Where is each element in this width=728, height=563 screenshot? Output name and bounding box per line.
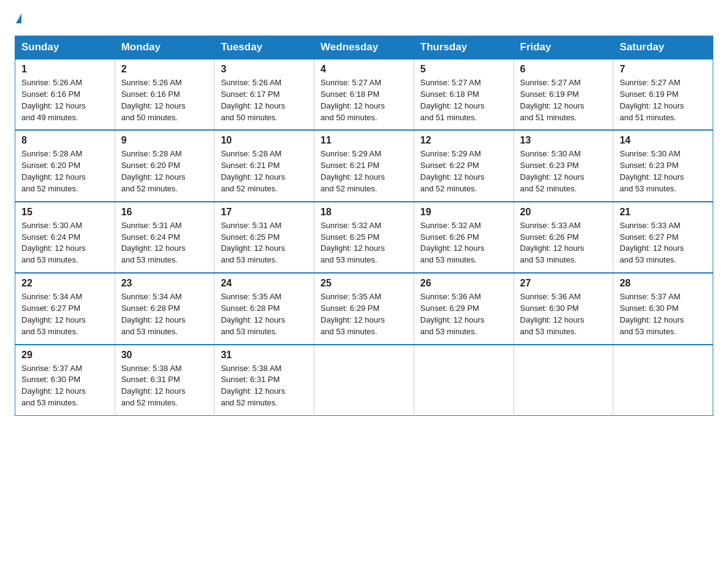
day-number: 12 xyxy=(420,135,507,146)
calendar-table: Sunday Monday Tuesday Wednesday Thursday… xyxy=(15,36,713,416)
table-row: 15 Sunrise: 5:30 AM Sunset: 6:24 PM Dayl… xyxy=(15,202,115,273)
table-row: 31 Sunrise: 5:38 AM Sunset: 6:31 PM Dayl… xyxy=(214,345,314,416)
day-info: Sunrise: 5:26 AM Sunset: 6:16 PM Dayligh… xyxy=(21,77,108,123)
calendar-week-row: 15 Sunrise: 5:30 AM Sunset: 6:24 PM Dayl… xyxy=(15,202,713,273)
day-number: 30 xyxy=(121,350,208,361)
day-number: 9 xyxy=(121,135,208,146)
header-thursday: Thursday xyxy=(414,36,514,59)
table-row: 23 Sunrise: 5:34 AM Sunset: 6:28 PM Dayl… xyxy=(115,273,214,344)
day-info: Sunrise: 5:27 AM Sunset: 6:19 PM Dayligh… xyxy=(520,77,607,123)
day-number: 4 xyxy=(320,64,408,75)
table-row: 28 Sunrise: 5:37 AM Sunset: 6:30 PM Dayl… xyxy=(613,273,713,344)
table-row: 3 Sunrise: 5:26 AM Sunset: 6:17 PM Dayli… xyxy=(214,59,314,130)
day-info: Sunrise: 5:27 AM Sunset: 6:18 PM Dayligh… xyxy=(420,77,507,123)
day-number: 27 xyxy=(520,278,607,289)
calendar-header-row: Sunday Monday Tuesday Wednesday Thursday… xyxy=(15,36,713,59)
day-number: 21 xyxy=(620,207,707,218)
table-row: 4 Sunrise: 5:27 AM Sunset: 6:18 PM Dayli… xyxy=(314,59,414,130)
day-info: Sunrise: 5:30 AM Sunset: 6:23 PM Dayligh… xyxy=(620,148,707,194)
day-number: 24 xyxy=(221,278,308,289)
day-number: 15 xyxy=(21,207,108,218)
table-row: 10 Sunrise: 5:28 AM Sunset: 6:21 PM Dayl… xyxy=(214,130,314,201)
table-row: 13 Sunrise: 5:30 AM Sunset: 6:23 PM Dayl… xyxy=(514,130,613,201)
day-number: 28 xyxy=(620,278,707,289)
day-info: Sunrise: 5:37 AM Sunset: 6:30 PM Dayligh… xyxy=(620,291,707,337)
day-number: 7 xyxy=(620,64,707,75)
table-row: 16 Sunrise: 5:31 AM Sunset: 6:24 PM Dayl… xyxy=(115,202,214,273)
day-info: Sunrise: 5:32 AM Sunset: 6:25 PM Dayligh… xyxy=(320,220,408,266)
day-number: 29 xyxy=(21,350,108,361)
day-number: 3 xyxy=(221,64,308,75)
logo-triangle-icon xyxy=(16,13,21,23)
day-info: Sunrise: 5:33 AM Sunset: 6:26 PM Dayligh… xyxy=(520,220,607,266)
day-number: 31 xyxy=(221,350,308,361)
day-number: 26 xyxy=(420,278,507,289)
day-info: Sunrise: 5:29 AM Sunset: 6:21 PM Dayligh… xyxy=(320,148,408,194)
table-row xyxy=(414,345,514,416)
day-info: Sunrise: 5:28 AM Sunset: 6:21 PM Dayligh… xyxy=(221,148,308,194)
table-row xyxy=(514,345,613,416)
table-row: 12 Sunrise: 5:29 AM Sunset: 6:22 PM Dayl… xyxy=(414,130,514,201)
table-row: 22 Sunrise: 5:34 AM Sunset: 6:27 PM Dayl… xyxy=(15,273,115,344)
calendar-week-row: 8 Sunrise: 5:28 AM Sunset: 6:20 PM Dayli… xyxy=(15,130,713,201)
table-row: 20 Sunrise: 5:33 AM Sunset: 6:26 PM Dayl… xyxy=(514,202,613,273)
header-sunday: Sunday xyxy=(15,36,115,59)
day-number: 8 xyxy=(21,135,108,146)
table-row: 11 Sunrise: 5:29 AM Sunset: 6:21 PM Dayl… xyxy=(314,130,414,201)
day-info: Sunrise: 5:26 AM Sunset: 6:17 PM Dayligh… xyxy=(221,77,308,123)
day-number: 23 xyxy=(121,278,208,289)
table-row: 14 Sunrise: 5:30 AM Sunset: 6:23 PM Dayl… xyxy=(613,130,713,201)
calendar-week-row: 1 Sunrise: 5:26 AM Sunset: 6:16 PM Dayli… xyxy=(15,59,713,130)
day-info: Sunrise: 5:32 AM Sunset: 6:26 PM Dayligh… xyxy=(420,220,507,266)
day-number: 16 xyxy=(121,207,208,218)
day-number: 20 xyxy=(520,207,607,218)
page-header xyxy=(15,15,713,25)
calendar-week-row: 29 Sunrise: 5:37 AM Sunset: 6:30 PM Dayl… xyxy=(15,345,713,416)
table-row: 27 Sunrise: 5:36 AM Sunset: 6:30 PM Dayl… xyxy=(514,273,613,344)
day-number: 19 xyxy=(420,207,507,218)
day-info: Sunrise: 5:28 AM Sunset: 6:20 PM Dayligh… xyxy=(121,148,208,194)
table-row: 6 Sunrise: 5:27 AM Sunset: 6:19 PM Dayli… xyxy=(514,59,613,130)
day-number: 22 xyxy=(21,278,108,289)
header-monday: Monday xyxy=(115,36,214,59)
header-tuesday: Tuesday xyxy=(214,36,314,59)
day-info: Sunrise: 5:34 AM Sunset: 6:27 PM Dayligh… xyxy=(21,291,108,337)
day-info: Sunrise: 5:35 AM Sunset: 6:29 PM Dayligh… xyxy=(320,291,408,337)
day-number: 1 xyxy=(21,64,108,75)
day-info: Sunrise: 5:37 AM Sunset: 6:30 PM Dayligh… xyxy=(21,363,108,409)
table-row: 25 Sunrise: 5:35 AM Sunset: 6:29 PM Dayl… xyxy=(314,273,414,344)
table-row xyxy=(613,345,713,416)
header-saturday: Saturday xyxy=(613,36,713,59)
day-number: 18 xyxy=(320,207,408,218)
table-row: 9 Sunrise: 5:28 AM Sunset: 6:20 PM Dayli… xyxy=(115,130,214,201)
day-info: Sunrise: 5:38 AM Sunset: 6:31 PM Dayligh… xyxy=(121,363,208,409)
logo xyxy=(15,15,21,25)
day-info: Sunrise: 5:27 AM Sunset: 6:19 PM Dayligh… xyxy=(620,77,707,123)
header-friday: Friday xyxy=(514,36,613,59)
table-row: 21 Sunrise: 5:33 AM Sunset: 6:27 PM Dayl… xyxy=(613,202,713,273)
day-number: 5 xyxy=(420,64,507,75)
day-info: Sunrise: 5:29 AM Sunset: 6:22 PM Dayligh… xyxy=(420,148,507,194)
table-row: 19 Sunrise: 5:32 AM Sunset: 6:26 PM Dayl… xyxy=(414,202,514,273)
day-info: Sunrise: 5:30 AM Sunset: 6:24 PM Dayligh… xyxy=(21,220,108,266)
day-info: Sunrise: 5:38 AM Sunset: 6:31 PM Dayligh… xyxy=(221,363,308,409)
day-info: Sunrise: 5:33 AM Sunset: 6:27 PM Dayligh… xyxy=(620,220,707,266)
day-info: Sunrise: 5:28 AM Sunset: 6:20 PM Dayligh… xyxy=(21,148,108,194)
day-number: 2 xyxy=(121,64,208,75)
day-number: 14 xyxy=(620,135,707,146)
day-info: Sunrise: 5:36 AM Sunset: 6:29 PM Dayligh… xyxy=(420,291,507,337)
day-info: Sunrise: 5:26 AM Sunset: 6:16 PM Dayligh… xyxy=(121,77,208,123)
table-row xyxy=(314,345,414,416)
table-row: 1 Sunrise: 5:26 AM Sunset: 6:16 PM Dayli… xyxy=(15,59,115,130)
day-number: 11 xyxy=(320,135,408,146)
table-row: 8 Sunrise: 5:28 AM Sunset: 6:20 PM Dayli… xyxy=(15,130,115,201)
table-row: 5 Sunrise: 5:27 AM Sunset: 6:18 PM Dayli… xyxy=(414,59,514,130)
day-info: Sunrise: 5:31 AM Sunset: 6:25 PM Dayligh… xyxy=(221,220,308,266)
day-info: Sunrise: 5:27 AM Sunset: 6:18 PM Dayligh… xyxy=(320,77,408,123)
table-row: 18 Sunrise: 5:32 AM Sunset: 6:25 PM Dayl… xyxy=(314,202,414,273)
table-row: 30 Sunrise: 5:38 AM Sunset: 6:31 PM Dayl… xyxy=(115,345,214,416)
day-number: 6 xyxy=(520,64,607,75)
table-row: 2 Sunrise: 5:26 AM Sunset: 6:16 PM Dayli… xyxy=(115,59,214,130)
table-row: 24 Sunrise: 5:35 AM Sunset: 6:28 PM Dayl… xyxy=(214,273,314,344)
day-number: 10 xyxy=(221,135,308,146)
